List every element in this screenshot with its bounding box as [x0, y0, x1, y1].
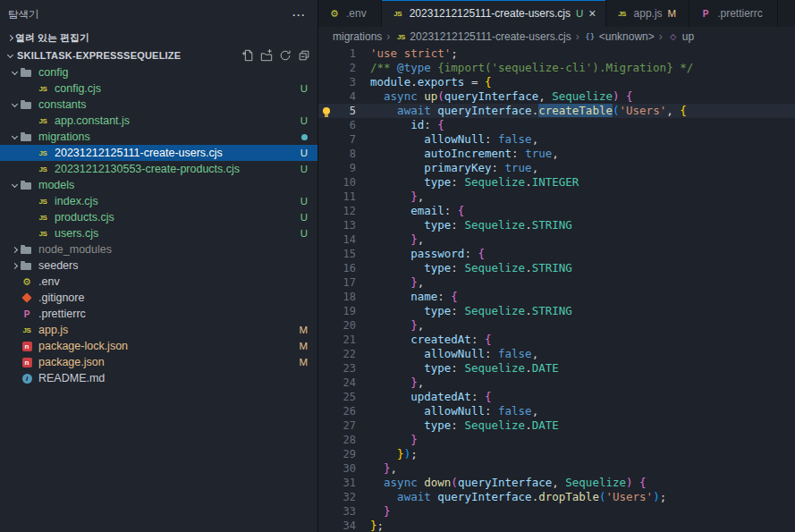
- line-number[interactable]: 20: [334, 318, 356, 333]
- workspace-section-header[interactable]: SKILLTASK-EXPRESSSEQUELIZE: [0, 46, 317, 64]
- line-number[interactable]: 9: [334, 161, 356, 175]
- code-line[interactable]: 27 type: Sequelize.DATE: [318, 418, 795, 433]
- line-number[interactable]: 28: [334, 433, 356, 447]
- tab-app.js[interactable]: JSapp.jsM: [606, 0, 690, 27]
- tree-item-seeders[interactable]: seeders: [0, 258, 317, 274]
- code-line[interactable]: 11 },: [318, 190, 795, 204]
- lightbulb-icon[interactable]: [323, 107, 330, 114]
- code-line[interactable]: 7 allowNull: false,: [318, 132, 795, 147]
- code-line[interactable]: 10 type: Sequelize.INTEGER: [318, 175, 795, 190]
- code-line[interactable]: 34};: [318, 519, 795, 532]
- code-line[interactable]: 22 allowNull: false,: [318, 347, 795, 361]
- code-line[interactable]: 12 email: {: [318, 204, 795, 218]
- code-line[interactable]: 16 type: Sequelize.STRING: [318, 261, 795, 275]
- code-line[interactable]: 13 type: Sequelize.STRING: [318, 218, 795, 232]
- code-line[interactable]: 4 async up(queryInterface, Sequelize) {: [318, 89, 795, 104]
- line-number[interactable]: 13: [334, 218, 356, 232]
- code-line[interactable]: 15 password: {: [318, 247, 795, 261]
- tree-item-README.md[interactable]: README.md: [0, 370, 317, 386]
- tree-item-package-lock.json[interactable]: package-lock.jsonM: [0, 338, 317, 354]
- line-number[interactable]: 3: [334, 75, 356, 89]
- line-number[interactable]: 31: [334, 476, 356, 490]
- line-number[interactable]: 11: [334, 190, 356, 204]
- line-number[interactable]: 33: [334, 504, 356, 519]
- breadcrumb-item-up[interactable]: ◇up: [667, 30, 694, 44]
- code-line[interactable]: 33 }: [318, 504, 795, 519]
- tab-.env[interactable]: ⚙.env: [318, 0, 382, 27]
- line-number[interactable]: 25: [334, 390, 356, 404]
- code-line[interactable]: 25 updatedAt: {: [318, 390, 795, 404]
- tree-item-migrations[interactable]: migrations: [0, 129, 317, 145]
- tree-item-products.cjs[interactable]: JSproducts.cjsU: [0, 209, 317, 225]
- code-line[interactable]: 23 type: Sequelize.DATE: [318, 361, 795, 376]
- code-line[interactable]: 19 type: Sequelize.STRING: [318, 304, 795, 318]
- tree-item-20231212125111-create-users.cjs[interactable]: JS20231212125111-create-users.cjsU: [0, 145, 317, 161]
- line-number[interactable]: 22: [334, 347, 356, 361]
- breadcrumb-item-migrations[interactable]: migrations: [333, 30, 382, 43]
- tree-item-constants[interactable]: constants: [0, 97, 317, 113]
- code-line[interactable]: 6 id: {: [318, 118, 795, 132]
- code-line[interactable]: 14 },: [318, 232, 795, 247]
- tree-item-models[interactable]: models: [0, 177, 317, 193]
- code-line[interactable]: 1'use strict';: [318, 46, 795, 61]
- open-editors-header[interactable]: 열려 있는 편집기: [0, 29, 317, 46]
- refresh-icon[interactable]: [278, 48, 292, 63]
- line-number[interactable]: 32: [334, 490, 356, 504]
- line-number[interactable]: 7: [334, 132, 356, 147]
- tree-item-index.cjs[interactable]: JSindex.cjsU: [0, 193, 317, 209]
- tree-item-.env[interactable]: ⚙.env: [0, 274, 317, 290]
- code-line[interactable]: 2/** @type {import('sequelize-cli').Migr…: [318, 61, 795, 75]
- tree-item-app.constant.js[interactable]: JSapp.constant.jsU: [0, 113, 317, 129]
- line-number[interactable]: 19: [334, 304, 356, 318]
- code-line[interactable]: 26 allowNull: false,: [318, 404, 795, 418]
- code-line[interactable]: 9 primaryKey: true,: [318, 161, 795, 175]
- line-number[interactable]: 23: [334, 361, 356, 376]
- line-number[interactable]: 8: [334, 147, 356, 161]
- tree-item-app.js[interactable]: JSapp.jsM: [0, 322, 317, 338]
- code-line[interactable]: 30 },: [318, 461, 795, 476]
- collapse-all-icon[interactable]: [297, 48, 311, 63]
- new-folder-icon[interactable]: [259, 48, 274, 63]
- line-number[interactable]: 30: [334, 461, 356, 476]
- line-number[interactable]: 34: [334, 519, 356, 532]
- breadcrumb-item-20231212125111-create-users.cjs[interactable]: JS20231212125111-create-users.cjs: [394, 30, 571, 44]
- line-number[interactable]: 29: [334, 447, 356, 461]
- line-number[interactable]: 10: [334, 175, 356, 190]
- line-number[interactable]: 5: [334, 104, 356, 118]
- code-line[interactable]: 32 await queryInterface.dropTable('Users…: [318, 490, 795, 504]
- line-number[interactable]: 15: [334, 247, 356, 261]
- tree-item-20231212130553-create-products.cjs[interactable]: JS20231212130553-create-products.cjsU: [0, 161, 317, 177]
- line-number[interactable]: 12: [334, 204, 356, 218]
- breadcrumb-item-unknown[interactable]: {}<unknown>: [584, 30, 655, 44]
- line-number[interactable]: 6: [334, 118, 356, 132]
- tree-item-package.json[interactable]: package.jsonM: [0, 354, 317, 370]
- line-number[interactable]: 24: [334, 376, 356, 390]
- tree-item-config.cjs[interactable]: JSconfig.cjsU: [0, 80, 317, 97]
- code-line[interactable]: 5 await queryInterface.createTable('User…: [318, 104, 795, 118]
- code-line[interactable]: 24 },: [318, 376, 795, 390]
- line-number[interactable]: 14: [334, 232, 356, 247]
- code-line[interactable]: 28 }: [318, 433, 795, 447]
- tree-item-users.cjs[interactable]: JSusers.cjsU: [0, 225, 317, 241]
- tab-.prettierrc[interactable]: P.prettierrc: [689, 0, 778, 27]
- line-number[interactable]: 18: [334, 290, 356, 304]
- code-line[interactable]: 3module.exports = {: [318, 75, 795, 89]
- code-line[interactable]: 8 autoIncrement: true,: [318, 147, 795, 161]
- code-line[interactable]: 31 async down(queryInterface, Sequelize)…: [318, 476, 795, 490]
- tree-item-config[interactable]: config: [0, 64, 317, 80]
- code-line[interactable]: 21 createdAt: {: [318, 333, 795, 347]
- line-number[interactable]: 17: [334, 275, 356, 290]
- tree-item-node_modules[interactable]: node_modules: [0, 241, 317, 258]
- line-number[interactable]: 2: [334, 61, 356, 75]
- line-number[interactable]: 16: [334, 261, 356, 275]
- line-number[interactable]: 21: [334, 333, 356, 347]
- line-number[interactable]: 26: [334, 404, 356, 418]
- code-line[interactable]: 20 },: [318, 318, 795, 333]
- code-editor[interactable]: 1'use strict';2/** @type {import('sequel…: [318, 46, 795, 532]
- more-actions-icon[interactable]: ⋯: [292, 8, 305, 21]
- new-file-icon[interactable]: [241, 48, 255, 63]
- close-icon[interactable]: ×: [588, 7, 596, 20]
- tree-item-.prettierrc[interactable]: P.prettierrc: [0, 306, 317, 322]
- line-number[interactable]: 1: [334, 46, 356, 61]
- code-line[interactable]: 17 },: [318, 275, 795, 290]
